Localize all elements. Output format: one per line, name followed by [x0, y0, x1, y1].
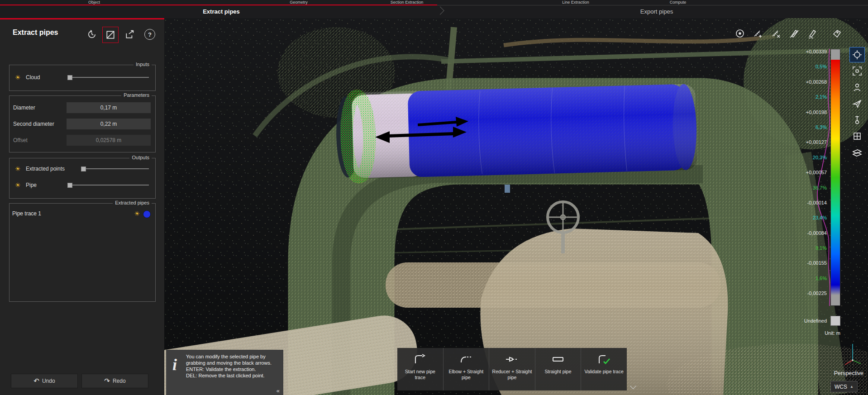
scale-percent: 0,5%	[780, 59, 827, 74]
region-selection-button[interactable]	[102, 27, 119, 43]
diameter-label: Diameter	[13, 102, 35, 113]
start-trace-icon	[413, 353, 427, 365]
measure-remove-button[interactable]	[769, 27, 783, 40]
measure-add-button[interactable]	[751, 27, 765, 40]
color-scale-labels: +0,00339 0,5% +0,00268 2,1% +0,00198 6,3…	[780, 44, 827, 301]
label-tag-button[interactable]	[830, 27, 844, 40]
visibility-sun-icon[interactable]: ☀	[15, 182, 21, 188]
3d-viewport[interactable]: i You can modify the selected pipe by gr…	[164, 18, 868, 395]
pipe-opacity-slider[interactable]	[67, 183, 149, 187]
redo-button[interactable]: ↷ Redo	[81, 374, 148, 388]
workflow-step-line-extraction[interactable]: Line Extraction	[562, 0, 589, 5]
slider-track	[67, 185, 149, 186]
application-window: Object Geometry Section Extraction Line …	[0, 0, 868, 395]
hint-text-2: ENTER: Validate the extraction.	[186, 366, 279, 372]
cloud-opacity-slider[interactable]	[67, 75, 149, 80]
reducer-straight-pipe-button[interactable]: Reducer + Straight pipe	[489, 348, 535, 390]
measure-toolbar	[733, 25, 844, 42]
scale-value: -0,00155	[780, 256, 827, 271]
undefined-color-swatch[interactable]	[830, 316, 840, 326]
reset-history-button[interactable]	[84, 27, 100, 42]
extracted-points-slider[interactable]	[81, 167, 149, 171]
start-new-pipe-trace-button[interactable]: Start new pipe trace	[397, 348, 444, 390]
fly-mode-button[interactable]	[849, 96, 865, 111]
visibility-sun-icon[interactable]: ☀	[134, 210, 140, 217]
undo-label: Undo	[42, 378, 55, 384]
export-selection-button[interactable]	[122, 27, 138, 42]
projection-mode-label[interactable]: Perspective	[834, 370, 863, 376]
elbow-straight-pipe-button[interactable]: Elbow + Straight pipe	[444, 348, 490, 390]
scale-percent: 20,3%	[780, 150, 827, 165]
plumb-bob-icon	[852, 115, 862, 125]
picking-target-icon	[852, 50, 862, 60]
scale-value: +0,00339	[780, 44, 827, 59]
region-selection-icon	[105, 30, 115, 40]
extracted-points-label: Extracted points	[26, 166, 65, 172]
diameter-field[interactable]: 0,17 m	[67, 102, 151, 113]
inspect-point-button[interactable]	[733, 27, 747, 40]
reducer-straight-icon	[505, 353, 519, 365]
clipping-planes-button[interactable]	[849, 145, 865, 160]
caret-up-icon: ▲	[850, 385, 854, 389]
validate-pipe-trace-button[interactable]: Validate pipe trace	[581, 348, 627, 390]
clean-pen-icon	[789, 29, 799, 38]
clean-annotations-alt-button[interactable]	[806, 27, 819, 40]
pipe-trace-label: Pipe trace 1	[12, 210, 41, 217]
plumb-line-button[interactable]	[849, 112, 865, 128]
scale-value: +0,00198	[780, 105, 827, 120]
clean-annotations-button[interactable]	[787, 27, 801, 40]
pipe-color-swatch[interactable]	[143, 210, 151, 218]
collapse-info-button[interactable]: «	[277, 388, 280, 394]
second-diameter-label: Second diameter	[13, 119, 54, 129]
workflow-bar: Object Geometry Section Extraction Line …	[0, 0, 868, 18]
visibility-sun-icon[interactable]: ☀	[15, 74, 21, 81]
tab-extract-pipes[interactable]: Extract pipes	[203, 6, 240, 18]
workflow-progress-rest	[437, 5, 868, 5]
help-button[interactable]: ?	[142, 27, 157, 42]
export-icon	[125, 29, 135, 39]
second-diameter-field[interactable]: 0,22 m	[67, 119, 151, 129]
redo-label: Redo	[113, 378, 126, 384]
inputs-group: Inputs ☀ Cloud	[9, 65, 156, 91]
pipe-trace-list-item[interactable]: Pipe trace 1 ☀	[12, 208, 153, 219]
unit-label: Unit: m	[793, 330, 840, 336]
measure-remove-icon	[771, 29, 781, 38]
tab-export-pipes[interactable]: Export pipes	[640, 6, 673, 18]
axis-triad	[842, 340, 863, 366]
undo-icon: ↶	[33, 377, 39, 385]
scale-value: -0,00084	[780, 226, 827, 241]
clipping-planes-icon	[852, 148, 862, 157]
slider-knob[interactable]	[67, 75, 72, 80]
chevron-divider-icon	[436, 6, 444, 14]
button-label: Reducer + Straight pipe	[491, 369, 533, 381]
info-icon: i	[172, 362, 177, 368]
slider-track	[67, 77, 149, 78]
button-label: Start new pipe trace	[399, 369, 441, 381]
pipe-trace-toolbar: Start new pipe trace Elbow + Straight pi…	[397, 348, 627, 390]
straight-pipe-button[interactable]: Straight pipe	[535, 348, 582, 390]
straight-pipe-icon	[551, 353, 565, 365]
color-scale-bar[interactable]	[830, 49, 840, 306]
wcs-selector[interactable]: WCS ▲	[830, 381, 858, 392]
hint-info-box: i You can modify the selected pipe by gr…	[166, 350, 283, 395]
first-person-view-button[interactable]	[849, 80, 865, 95]
undefined-label: Undefined	[775, 316, 827, 326]
slider-knob[interactable]	[67, 183, 72, 188]
undo-button[interactable]: ↶ Undo	[11, 374, 78, 388]
visibility-sun-icon[interactable]: ☀	[15, 166, 21, 172]
slider-knob[interactable]	[81, 167, 86, 171]
point-cloud-scene	[164, 18, 868, 395]
redo-icon: ↷	[104, 377, 110, 385]
person-icon	[852, 82, 862, 92]
collapse-toolbar-button[interactable]	[630, 383, 637, 390]
button-label: Elbow + Straight pipe	[445, 369, 487, 381]
scale-value: +0,00268	[780, 75, 827, 90]
picking-tool-button[interactable]	[849, 47, 865, 62]
ortho-views-button[interactable]	[849, 128, 865, 144]
orbit-center-button[interactable]	[849, 63, 865, 79]
scale-value: -0,00225	[780, 286, 827, 301]
cloud-input-label: Cloud	[26, 74, 40, 81]
scale-percent: 2,1%	[780, 90, 827, 105]
paper-plane-icon	[852, 99, 862, 109]
workflow-step-compute[interactable]: Compute	[670, 0, 687, 5]
